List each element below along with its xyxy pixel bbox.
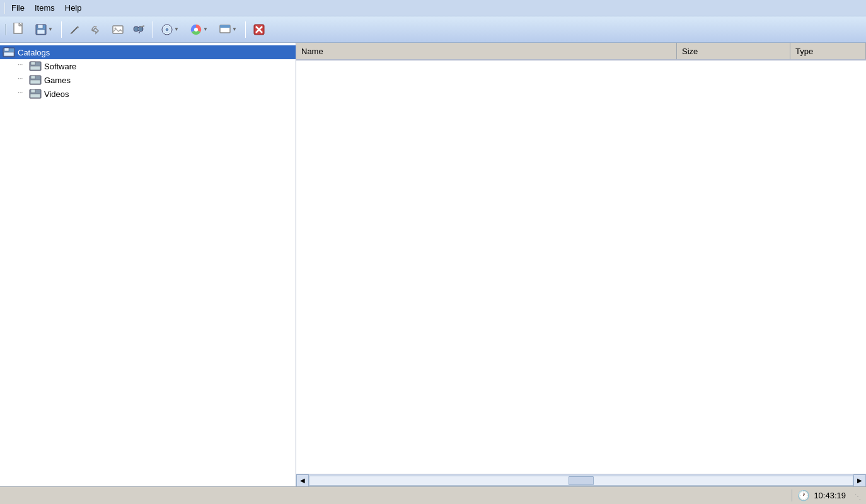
catalogs-label: Catalogs	[18, 48, 50, 57]
svg-line-15	[141, 26, 144, 27]
close-button[interactable]	[249, 20, 269, 40]
svg-rect-9	[113, 26, 123, 33]
sep2	[153, 21, 153, 38]
svg-rect-28	[4, 52, 14, 56]
scroll-left-button[interactable]: ◀	[296, 474, 309, 487]
table-content	[296, 60, 866, 474]
games-disk-icon	[29, 74, 42, 86]
menu-grip	[4, 3, 5, 14]
items-menu[interactable]: Items	[30, 2, 60, 14]
color-button[interactable]: ▼	[185, 20, 213, 40]
svg-rect-22	[220, 25, 230, 28]
svg-marker-8	[95, 26, 97, 28]
tree-content: Catalogs ··· Software ···	[0, 43, 296, 486]
clock-time: 10:43:19	[814, 491, 846, 500]
disk-dropdown-arrow: ▼	[174, 26, 179, 32]
size-column-header[interactable]: Size	[677, 43, 790, 59]
main-area: Catalogs ··· Software ···	[0, 43, 866, 486]
svg-rect-3	[38, 25, 43, 28]
find-button[interactable]	[129, 20, 149, 40]
resize-grip[interactable]: ⋱	[852, 491, 861, 500]
content-panel: Name Size Type ◀ ▶	[296, 43, 866, 486]
scroll-right-button[interactable]: ▶	[853, 474, 866, 487]
status-right: 🕐 10:43:19 ⋱	[792, 490, 861, 501]
image-button[interactable]	[108, 20, 128, 40]
save-button[interactable]: ▼	[30, 20, 58, 40]
games-tree-item[interactable]: ··· Games	[0, 73, 296, 87]
svg-rect-31	[30, 66, 40, 70]
svg-point-17	[166, 28, 168, 31]
clock-icon: 🕐	[797, 490, 810, 501]
color-dropdown-arrow: ▼	[203, 26, 208, 32]
undo-button[interactable]	[86, 20, 107, 40]
svg-point-20	[194, 28, 198, 32]
disk-button[interactable]: ▼	[156, 20, 184, 40]
table-header: Name Size Type	[296, 43, 866, 60]
catalogs-root-item[interactable]: Catalogs	[0, 45, 296, 59]
help-menu[interactable]: Help	[60, 2, 87, 14]
toolbar-grip	[5, 24, 6, 35]
videos-tree-item[interactable]: ··· Videos	[0, 87, 296, 101]
horizontal-scrollbar[interactable]: ◀ ▶	[296, 474, 866, 486]
svg-rect-37	[30, 94, 40, 98]
sep3	[245, 21, 246, 38]
tree-dotted-videos: ···	[18, 89, 28, 99]
software-label: Software	[44, 62, 76, 71]
statusbar: 🕐 10:43:19 ⋱	[0, 486, 866, 504]
window-button[interactable]: ▼	[214, 20, 242, 40]
save-dropdown-arrow: ▼	[48, 26, 53, 32]
videos-label: Videos	[44, 89, 69, 99]
games-label: Games	[44, 76, 71, 85]
edit-button[interactable]	[65, 20, 85, 40]
file-menu[interactable]: File	[6, 2, 30, 14]
svg-rect-34	[30, 80, 40, 84]
svg-rect-30	[31, 62, 35, 65]
tree-dotted-games: ···	[18, 75, 28, 85]
menubar: File Items Help	[0, 0, 866, 16]
scroll-track[interactable]	[309, 476, 853, 486]
tree-dotted-software: ···	[18, 61, 28, 71]
svg-rect-36	[31, 89, 35, 93]
svg-point-12	[138, 26, 143, 32]
software-tree-item[interactable]: ··· Software	[0, 59, 296, 73]
svg-rect-4	[37, 30, 45, 34]
svg-rect-27	[4, 48, 9, 51]
tree-panel: Catalogs ··· Software ···	[0, 43, 296, 486]
svg-line-5	[71, 27, 78, 33]
new-button[interactable]	[9, 20, 29, 40]
name-column-header[interactable]: Name	[296, 43, 677, 59]
toolbar: ▼	[0, 16, 866, 43]
type-column-header[interactable]: Type	[790, 43, 866, 59]
svg-rect-33	[31, 76, 35, 79]
catalogs-disk-icon	[3, 47, 15, 58]
window-dropdown-arrow: ▼	[232, 26, 237, 32]
software-disk-icon	[29, 60, 42, 72]
sep1	[61, 21, 62, 38]
scroll-thumb[interactable]	[569, 476, 594, 485]
videos-disk-icon	[29, 88, 42, 100]
